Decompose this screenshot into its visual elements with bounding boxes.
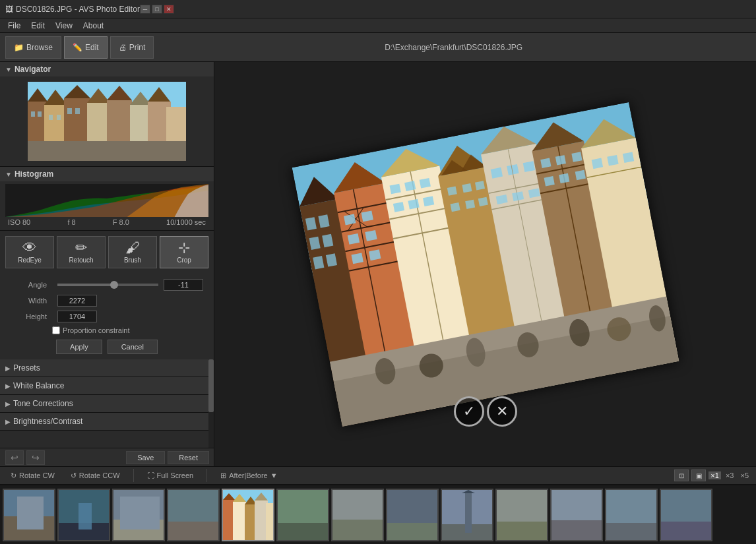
tools-grid: 👁 RedEye ✏ Retouch 🖌 Brush ⊹ Crop [5,236,208,268]
crop-icon: ⊹ [178,241,190,255]
browse-button[interactable]: 📁 Browse [5,36,61,59]
filmstrip-thumb-4[interactable] [167,489,220,541]
tools-section: 👁 RedEye ✏ Retouch 🖌 Brush ⊹ Crop [0,231,214,274]
rotate-cw-button[interactable]: ↻ Rotate CW [5,470,60,481]
filmstrip-thumb-5[interactable] [222,489,274,541]
close-button[interactable]: ✕ [164,5,174,14]
bottom-toolbar: ↻ Rotate CW ↺ Rotate CCW ⛶ Full Screen ⊞… [0,466,756,485]
rotate-ccw-button[interactable]: ↺ Rotate CCW [65,470,125,481]
zoom-fit2-button[interactable]: ▣ [691,469,706,481]
svg-rect-19 [49,115,53,120]
menu-file[interactable]: File [3,20,26,32]
rotate-ccw-icon: ↺ [71,471,77,480]
menu-edit[interactable]: Edit [26,20,50,32]
save-button[interactable]: Save [126,451,165,464]
menubar: File Edit View About [0,18,756,33]
app-icon: 🖼 [5,5,13,14]
white-balance-header[interactable]: ▶ White Balance [0,377,214,394]
presets-section: ▶ Presets [0,359,214,377]
maximize-button[interactable]: □ [152,5,162,14]
print-button[interactable]: 🖨 Print [110,36,154,59]
rotate-cw-icon: ↻ [11,471,16,480]
crop-tool[interactable]: ⊹ Crop [160,236,208,268]
zoom-x1-button[interactable]: ×1 [709,471,721,479]
filmstrip-thumb-9[interactable] [441,489,493,541]
filmstrip-thumb-1[interactable] [3,489,55,541]
angle-input[interactable] [164,279,203,291]
presets-header[interactable]: ▶ Presets [0,359,214,377]
filmstrip-thumb-3[interactable] [112,489,165,541]
filmstrip-thumb-11[interactable] [550,489,603,541]
filmstrip-thumb-6[interactable] [276,489,329,541]
after-before-button[interactable]: ⊞ After|Before ▼ [215,470,282,481]
fullscreen-button[interactable]: ⛶ Full Screen [142,470,199,481]
svg-rect-128 [266,503,274,541]
brush-icon: 🖌 [125,241,140,255]
svg-rect-122 [233,502,246,541]
apply-button[interactable]: Apply [56,340,102,354]
svg-rect-142 [551,520,603,541]
zoom-fit1-button[interactable]: ⊡ [674,469,689,481]
angle-slider-container [57,280,158,290]
retouch-tool[interactable]: ✏ Retouch [57,236,106,268]
filmstrip-thumb-7[interactable] [331,489,384,541]
histogram-section: ▼ Histogram [0,167,214,231]
angle-slider-track [57,284,158,286]
zoom-x3-button[interactable]: ×3 [724,471,736,479]
browse-icon: 📁 [14,43,24,52]
white-balance-section: ▶ White Balance [0,377,214,395]
filmstrip-thumb-12[interactable] [605,489,658,541]
reset-button[interactable]: Reset [168,451,209,464]
undo-button[interactable]: ↩ [5,450,24,465]
left-panel: ▼ Navigator [0,62,214,466]
filmstrip-thumb-2[interactable] [57,489,110,541]
proportion-label: Proportion constraint [63,326,130,334]
edit-button[interactable]: ✏️ Edit [64,36,108,59]
save-reset-buttons: Save Reset [126,451,209,464]
after-before-arrow: ▼ [270,471,278,479]
brush-tool[interactable]: 🖌 Brush [108,236,157,268]
scrollbar-thumb[interactable] [208,359,214,412]
proportion-checkbox[interactable] [52,326,60,334]
white-balance-label: White Balance [13,381,64,390]
window-title: DSC01826.JPG - AVS Photo Editor [16,5,140,14]
cancel-button[interactable]: Cancel [108,340,158,354]
brightness-contrast-label: Brightness/Contrast [13,417,82,426]
navigator-arrow: ▼ [5,66,12,73]
navigator-header[interactable]: ▼ Navigator [0,62,214,76]
histogram-header[interactable]: ▼ Histogram [0,167,214,181]
after-before-icon: ⊞ [220,471,226,480]
menu-view[interactable]: View [50,20,78,32]
height-input[interactable] [57,311,97,322]
scrollbar[interactable] [208,359,214,448]
svg-rect-16 [28,141,186,161]
zoom-x5-button[interactable]: ×5 [738,471,751,479]
confirm-button[interactable]: ✓ [454,396,484,427]
svg-rect-115 [120,497,160,529]
filmstrip-thumb-10[interactable] [495,489,548,541]
width-row: Width [11,295,203,307]
filmstrip-thumb-8[interactable] [386,489,439,541]
tone-corrections-arrow: ▶ [5,400,11,408]
svg-rect-132 [332,520,384,541]
angle-slider-thumb[interactable] [110,281,118,289]
menu-about[interactable]: About [78,20,109,32]
brightness-contrast-header[interactable]: ▶ Brightness/Contrast [0,413,214,430]
redo-button[interactable]: ↪ [26,450,45,465]
navigator-content [0,76,214,166]
minimize-button[interactable]: ─ [140,5,150,14]
angle-label: Angle [11,281,47,289]
filepath: D:\Exchange\Frankfurt\DSC01826.JPG [156,43,751,52]
svg-rect-130 [278,523,329,541]
redeye-tool[interactable]: 👁 RedEye [5,236,54,268]
confirm-cancel-overlay: ✓ ✕ [454,396,517,427]
tone-corrections-header[interactable]: ▶ Tone Corrections [0,395,214,412]
width-input[interactable] [57,295,97,307]
svg-rect-112 [79,503,92,529]
filmstrip [0,485,756,544]
navigator-thumbnail [28,82,186,161]
exif-iso: ISO 80 [8,218,30,226]
cancel-overlay-button[interactable]: ✕ [487,396,517,427]
tone-corrections-label: Tone Corrections [13,399,73,408]
filmstrip-thumb-13[interactable] [660,489,712,541]
